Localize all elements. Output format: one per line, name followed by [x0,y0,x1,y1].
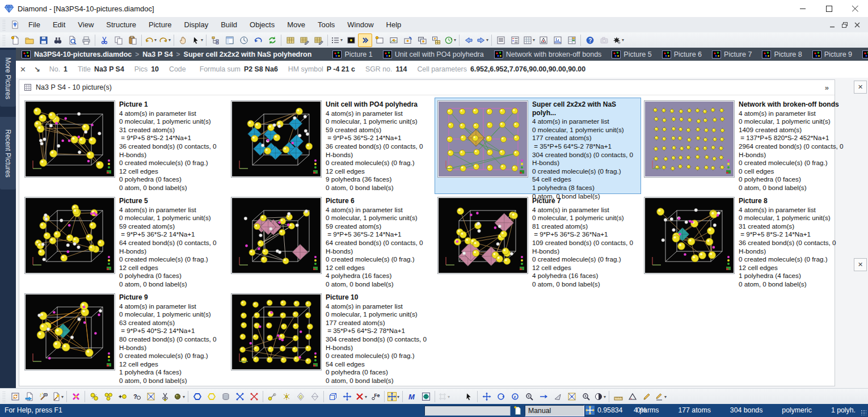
magnify-tool-button[interactable] [579,390,593,403]
polyhedron-create-button[interactable] [307,390,322,403]
select-tool-button[interactable] [461,390,475,403]
picture-item[interactable]: Picture 94 atom(s) in parameter list0 mo… [22,290,228,387]
picture-thumbnail[interactable] [231,197,322,274]
delete-objects-button[interactable]: ▾ [354,390,368,403]
disconnect-lattice-button[interactable] [247,390,261,403]
update-structure-button[interactable] [8,390,22,403]
toolbar-grip[interactable] [2,19,6,31]
data-sheet-button[interactable] [508,33,522,47]
new-picture-button[interactable] [372,33,386,47]
save-document-button[interactable] [36,33,50,47]
complete-fragment-button[interactable]: ? [129,390,144,403]
maximize-button[interactable] [816,0,842,17]
picture-item[interactable]: Picture 84 atom(s) in parameter list0 mo… [641,194,848,290]
breadcrumb-segment[interactable]: Na3PS4-10-pictures.diamdoc [34,50,132,58]
picture-gallery-button[interactable] [429,33,443,47]
measure-more-dropdown-icon[interactable]: ▾ [664,394,667,399]
text-view-button[interactable] [494,33,508,47]
menu-item-picture[interactable]: Picture [142,18,178,32]
close-record-icon[interactable]: ✕ [20,65,26,74]
picture-thumbnail[interactable] [24,197,115,274]
toolbar-grip[interactable] [2,391,6,402]
picture-item[interactable]: Picture 64 atom(s) in parameter list0 mo… [228,194,435,290]
duplicate-picture-button[interactable] [415,33,429,47]
rotate-z-tool-button[interactable]: z [508,390,522,403]
global-view-button[interactable] [419,390,433,403]
menu-item-file[interactable]: File [22,18,47,32]
picture-item[interactable]: Picture 14 atom(s) in parameter list0 mo… [22,98,228,194]
packing-button[interactable] [218,390,233,403]
picture-history-button[interactable]: ▾ [443,33,457,47]
molecule-mode-button[interactable]: M [404,390,419,403]
picture-item-selected[interactable]: Super cell 2x2x2 with NaS polyh...4 atom… [435,98,641,194]
menu-item-move[interactable]: Move [281,18,311,32]
bond-network-button[interactable] [279,390,293,403]
select-mode-button[interactable]: ▾ [190,33,204,47]
list-options-button[interactable]: ▾ [330,33,344,47]
mdi-restore-icon[interactable] [840,20,850,30]
measure-more-button[interactable]: ▾ [654,390,668,403]
add-atoms-button[interactable] [101,390,115,403]
picture-item[interactable]: Picture 104 atom(s) in parameter list0 m… [228,290,435,387]
picture-wizard-dropdown-icon[interactable]: ▾ [61,394,64,399]
toolbar-overflow-button[interactable] [625,33,639,47]
menu-item-build[interactable]: Build [214,18,243,32]
structure-picture-button[interactable] [344,33,358,47]
picture-thumbnail[interactable] [24,293,115,370]
pan-mode-button[interactable] [176,33,190,47]
copy-picture-button[interactable] [386,33,401,47]
atom-design-button[interactable]: ▾ [172,390,186,403]
picture-thumbnail[interactable] [644,197,735,274]
print-preview-button[interactable] [65,33,79,47]
picture-thumbnail[interactable] [24,100,115,178]
sidebar-tab-recent-pictures[interactable]: Recent Pictures [0,117,16,189]
picture-thumbnail[interactable] [644,100,735,178]
shift-tool-button[interactable] [536,390,550,403]
table-view-button[interactable]: ▾ [522,33,536,47]
edit-table-button[interactable] [297,33,311,47]
new-document-button[interactable] [8,33,22,47]
viewing-direction-tool-button[interactable]: ▾ [593,390,607,403]
toolbar-grip[interactable] [2,35,6,46]
menu-item-tools[interactable]: Tools [311,18,341,32]
sidebar-tab-more-pictures[interactable]: More Pictures [0,50,16,107]
restore-view-button[interactable] [251,33,265,47]
help-button[interactable]: ? [583,33,597,47]
menu-item-objects[interactable]: Objects [243,18,281,32]
distances-view-button[interactable] [536,33,550,47]
lattice-tool-button[interactable] [564,390,579,403]
edit-table-2-button[interactable] [311,33,326,47]
picture-tab[interactable]: Picture 8 [757,48,807,61]
select-mode-dropdown-icon[interactable]: ▾ [201,37,203,43]
navigate-forward-button[interactable]: ▾ [475,33,490,47]
close-pane-button[interactable]: ✕ [854,258,867,271]
atom-design-dropdown-icon[interactable]: ▾ [183,394,185,399]
minimize-button[interactable] [790,0,816,17]
insert-atom-button[interactable] [115,390,129,403]
picture-item[interactable]: Unit cell with PO4 polyhedra4 atom(s) in… [228,98,435,194]
redo-dropdown-icon[interactable]: ▾ [168,37,171,43]
apply-to-picture-button[interactable] [22,390,36,403]
polyhedron-outline-button[interactable] [293,390,307,403]
menu-item-edit[interactable]: Edit [47,18,71,32]
create-bond-button[interactable] [265,390,279,403]
recenter-dropdown-icon[interactable]: ▾ [397,394,399,399]
connect-lattice-button[interactable] [233,390,247,403]
resize-grip[interactable] [861,410,866,415]
picture-thumbnail[interactable] [437,197,528,274]
picture-thumbnail[interactable] [231,293,322,370]
coordination-sphere-yellow-button[interactable] [204,390,218,403]
sketch-pencil-button[interactable] [639,390,654,403]
picture-tab[interactable]: Unit cell with PO4 polyhedra [378,48,489,61]
picture-thumbnail[interactable] [231,100,322,178]
tools-menu-button[interactable]: ▾ [611,33,625,47]
print-button[interactable] [79,33,93,47]
more-pictures-button[interactable] [358,33,372,47]
picture-tab[interactable]: Network with broken-off bonds [489,48,607,61]
grid-settings-dropdown-icon[interactable]: ▾ [448,394,450,399]
breadcrumb-segment[interactable]: Super cell 2x2x2 with NaS polyhedron [184,50,312,58]
powder-pattern-button[interactable] [550,33,564,47]
fill-cell-button[interactable] [144,390,158,403]
picture-item[interactable]: Picture 74 atom(s) in parameter list0 mo… [435,194,641,290]
picture-tab[interactable]: Picture 5 [606,48,656,61]
